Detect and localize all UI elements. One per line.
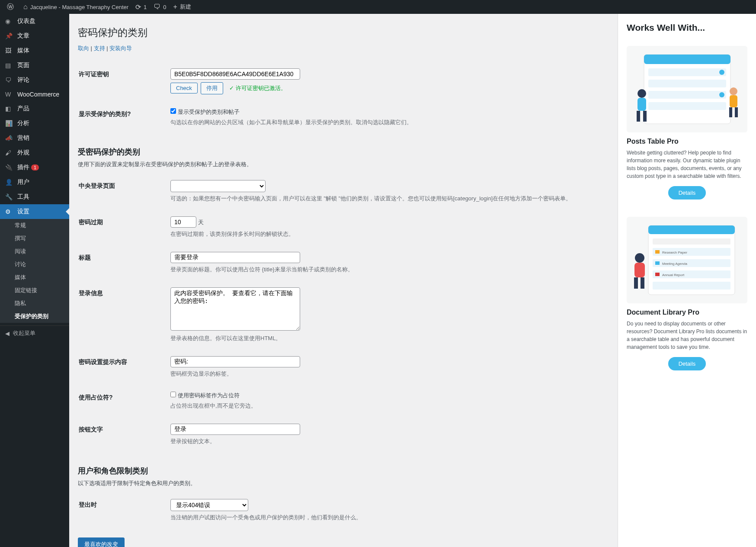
promo-image-2: Research Paper Meeting Agenda Annual Rep…: [627, 217, 747, 303]
link-support[interactable]: 支持: [94, 45, 105, 51]
svg-point-3: [719, 70, 724, 75]
promo1-cta[interactable]: Details: [668, 186, 706, 199]
deactivate-button[interactable]: 停用: [201, 82, 223, 94]
button-text-input[interactable]: [170, 424, 300, 435]
promo1-title: Posts Table Pro: [627, 138, 747, 145]
svg-rect-5: [648, 91, 726, 99]
menu-comments[interactable]: 🗨评论: [0, 73, 69, 87]
login-msg-textarea[interactable]: 此内容受密码保护。 要查看它，请在下面输入您的密码:: [170, 287, 300, 331]
comments[interactable]: 🗨0: [150, 0, 170, 14]
product-icon: ◧: [5, 105, 14, 112]
submenu-media[interactable]: 媒体: [0, 271, 69, 284]
section-password-heading: 受密码保护的类别: [78, 147, 609, 157]
page-icon: ▤: [5, 62, 14, 69]
menu-label: 仪表盘: [17, 17, 35, 25]
license-status-text: 许可证密钥已激活。: [236, 85, 286, 91]
wp-logo[interactable]: ⓦ: [3, 0, 20, 14]
button-text-desc: 登录按钮的文本。: [170, 438, 604, 445]
menu-woocommerce[interactable]: WWooCommerce: [0, 87, 69, 101]
updates-count: 1: [144, 4, 147, 10]
section-password-desc: 使用下面的设置来定制显示在受密码保护的类别和帖子上的登录表格。: [78, 161, 609, 168]
menu-label: 产品: [17, 105, 29, 113]
menu-plugins[interactable]: 🔌插件1: [0, 160, 69, 175]
check-button[interactable]: Check: [170, 83, 198, 93]
menu-label: 页面: [17, 61, 29, 69]
rightbar-heading: Works Well With...: [627, 23, 747, 33]
promo-image-1: [627, 46, 747, 132]
svg-text:Meeting Agenda: Meeting Agenda: [662, 262, 687, 266]
comment-icon: 🗨: [5, 77, 14, 84]
svg-point-8: [637, 89, 646, 98]
new-content[interactable]: +新建: [170, 0, 195, 14]
show-protected-checkbox[interactable]: [170, 108, 176, 114]
section-roles-desc: 以下选项适用于限制于特定角色和用户的类别。: [78, 479, 609, 487]
promo2-title: Document Library Pro: [627, 309, 747, 316]
woo-icon: W: [5, 91, 14, 98]
menu-posts[interactable]: 📌文章: [0, 29, 69, 43]
submenu-permalinks[interactable]: 固定链接: [0, 284, 69, 297]
new-label: 新建: [180, 3, 191, 11]
menu-label: 用户: [17, 178, 29, 186]
central-login-select[interactable]: [170, 180, 266, 192]
menu-analytics[interactable]: 📊分析: [0, 116, 69, 131]
menu-label: WooCommerce: [17, 91, 59, 98]
link-docs[interactable]: 取向: [78, 45, 89, 51]
submenu-writing[interactable]: 撰写: [0, 232, 69, 245]
menu-dashboard[interactable]: ◉仪表盘: [0, 14, 69, 29]
svg-text:Research Paper: Research Paper: [662, 251, 687, 254]
comment-icon: 🗨: [154, 3, 160, 11]
show-protected-text: 显示受保护的类别和帖子: [178, 109, 240, 115]
menu-users[interactable]: 👤用户: [0, 175, 69, 190]
license-input[interactable]: [170, 68, 300, 80]
logout-select[interactable]: 显示404错误: [170, 499, 248, 511]
submenu-protected-categories[interactable]: 受保护的类别: [0, 310, 69, 323]
expiry-input[interactable]: [170, 216, 196, 228]
svg-rect-20: [655, 250, 660, 254]
submenu-privacy[interactable]: 隐私: [0, 297, 69, 310]
placeholder-desc: 占位符出现在框中,而不是它旁边。: [170, 402, 604, 410]
menu-label: 设置: [17, 208, 29, 216]
menu-marketing[interactable]: 📣营销: [0, 131, 69, 145]
menu-pages[interactable]: ▤页面: [0, 58, 69, 73]
pwd-label-input[interactable]: [170, 356, 300, 367]
menu-settings[interactable]: ⚙设置: [0, 204, 69, 219]
pwd-label-label: 密码设置提示内容: [79, 350, 165, 384]
svg-point-29: [635, 253, 644, 263]
show-protected-desc: 勾选以在你的网站的公共区域（如小工具和导航菜单）显示受保护的类别。取消勾选以隐藏…: [170, 119, 604, 126]
menu-tools[interactable]: 🔧工具: [0, 190, 69, 204]
section-roles-heading: 用户和角色限制类别: [78, 466, 609, 476]
submenu-reading[interactable]: 阅读: [0, 245, 69, 258]
settings-icon: ⚙: [5, 208, 14, 215]
central-login-desc: 可选的：如果您想有一个中央密码输入页面，用户可以在这里 "解锁 "他们的类别，请…: [170, 195, 604, 203]
promo2-cta[interactable]: Details: [668, 357, 706, 370]
button-text-label: 按钮文字: [79, 417, 165, 452]
site-name[interactable]: ⌂Jacqueline - Massage Theraphy Center: [20, 0, 132, 14]
menu-label: 文章: [17, 32, 29, 40]
promo-doc-library: Research Paper Meeting Agenda Annual Rep…: [627, 217, 747, 370]
promo1-desc: Website getting cluttered? Help people t…: [627, 149, 747, 180]
submenu-discussion[interactable]: 讨论: [0, 258, 69, 271]
collapse-menu[interactable]: ◀收起菜单: [0, 325, 69, 341]
plus-icon: +: [173, 3, 177, 11]
svg-rect-7: [648, 102, 726, 110]
link-setup[interactable]: 安装向导: [109, 45, 132, 51]
svg-rect-30: [634, 263, 645, 277]
menu-appearance[interactable]: 🖌外观: [0, 145, 69, 160]
license-status: ✓ 许可证密钥已激活。: [229, 85, 286, 91]
pin-icon: 📌: [5, 32, 14, 39]
brush-icon: 🖌: [5, 149, 14, 156]
menu-label: 外观: [17, 149, 29, 157]
menu-products[interactable]: ◧产品: [0, 101, 69, 116]
collapse-icon: ◀: [5, 330, 10, 337]
collapse-label: 收起菜单: [13, 329, 35, 337]
site-name-label: Jacqueline - Massage Theraphy Center: [30, 4, 128, 10]
expiry-label: 密码过期: [79, 210, 165, 245]
wordpress-icon: ⓦ: [7, 3, 14, 12]
placeholder-checkbox[interactable]: [170, 392, 176, 397]
menu-media[interactable]: 🖼媒体: [0, 43, 69, 58]
form-title-input[interactable]: [170, 252, 300, 263]
save-button[interactable]: 最喜欢的改变: [78, 537, 125, 547]
svg-text:Annual Report: Annual Report: [662, 273, 685, 277]
submenu-general[interactable]: 常规: [0, 219, 69, 232]
updates[interactable]: ⟳1: [132, 0, 150, 14]
